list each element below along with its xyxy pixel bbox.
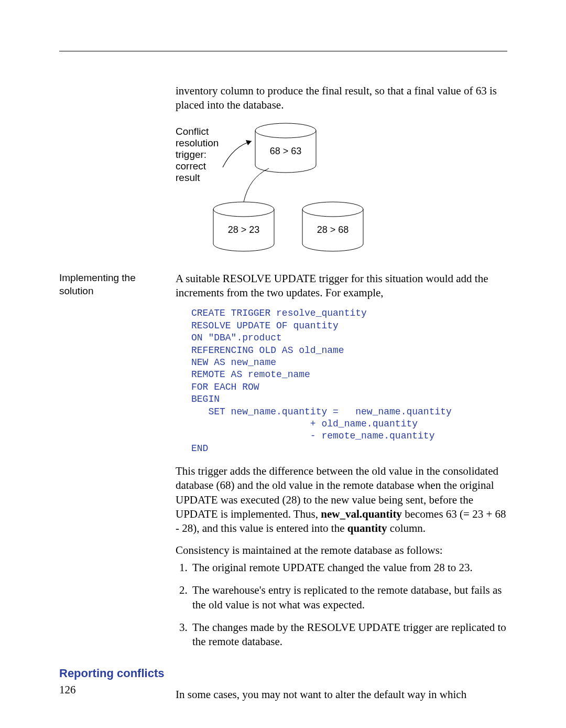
diagram-svg: Conflict resolution trigger: correct res… (176, 120, 406, 256)
closing-paragraph: In some cases, you may not want to alter… (176, 688, 507, 702)
diagram-annotation-l1: Conflict (176, 126, 209, 137)
code-block: CREATE TRIGGER resolve_quantity RESOLVE … (191, 307, 507, 455)
impl-explain-d: quantity (347, 522, 387, 534)
cylinder-top-label: 68 > 63 (270, 146, 302, 156)
impl-explain: This trigger adds the difference between… (176, 464, 507, 536)
consistency-intro: Consistency is maintained at the remote … (176, 543, 507, 558)
impl-row: Implementing the solution A suitable RES… (59, 272, 507, 658)
list-item: The warehouse's entry is replicated to t… (190, 583, 507, 612)
diagram-annotation-l3: trigger: (176, 149, 206, 160)
connector-line (244, 168, 269, 202)
svg-point-1 (302, 202, 363, 217)
diagram: Conflict resolution trigger: correct res… (176, 120, 507, 260)
closing-row: In some cases, you may not want to alter… (59, 688, 507, 709)
pointer-line (223, 141, 252, 167)
list-item: The changes made by the RESOLVE UPDATE t… (190, 620, 507, 649)
impl-explain-b: new_val.quantity (321, 508, 402, 520)
page-number: 126 (59, 683, 76, 697)
diagram-annotation-l4: correct (176, 160, 206, 172)
svg-point-0 (255, 123, 316, 138)
cylinder-br-label: 28 > 68 (317, 224, 349, 235)
consistency-list: The original remote UPDATE changed the v… (176, 561, 507, 649)
diagram-annotation-l2: resolution (176, 137, 219, 148)
content-area: inventory column to produce the final re… (59, 84, 507, 710)
top-rule (59, 51, 507, 51)
subheading-reporting: Reporting conflicts (59, 667, 507, 680)
diagram-annotation-l5: result (176, 172, 200, 183)
page: inventory column to produce the final re… (0, 0, 566, 728)
cylinder-bl-label: 28 > 23 (228, 224, 260, 235)
svg-point-2 (213, 202, 274, 217)
list-item: The original remote UPDATE changed the v… (190, 561, 507, 575)
intro-paragraph: inventory column to produce the final re… (176, 84, 507, 113)
impl-explain-e: column. (387, 522, 426, 534)
intro-row: inventory column to produce the final re… (59, 84, 507, 272)
side-label-impl: Implementing the solution (59, 272, 176, 297)
impl-intro: A suitable RESOLVE UPDATE trigger for th… (176, 272, 507, 301)
